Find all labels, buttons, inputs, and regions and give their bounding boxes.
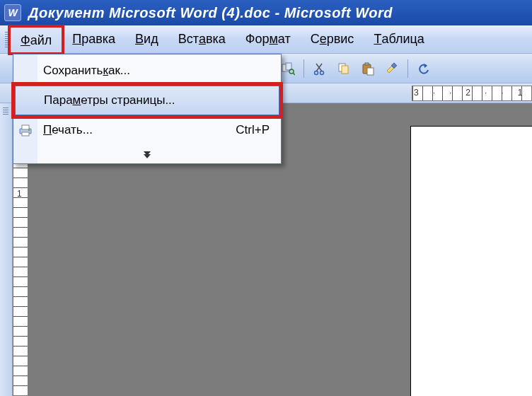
svg-rect-16: [22, 132, 29, 136]
menu-expand-chevron-icon[interactable]: [13, 145, 281, 162]
window-title: Документ Microsoft Word (4).doc - Micros…: [28, 5, 393, 21]
toolbar-separator: [303, 59, 304, 78]
menu-edit[interactable]: Правка: [62, 25, 125, 53]
save-as-icon: [16, 62, 35, 80]
page-setup-icon: [17, 91, 35, 110]
menubar-grip-icon[interactable]: [3, 25, 10, 53]
paste-button[interactable]: [357, 58, 378, 79]
toolbar-separator: [407, 59, 408, 78]
document-page[interactable]: [410, 126, 532, 396]
svg-rect-11: [365, 63, 369, 65]
gutter-grip-icon[interactable]: [3, 107, 8, 115]
menu-table[interactable]: Таблица: [364, 25, 434, 53]
menu-file[interactable]: Файл: [10, 27, 62, 53]
app-icon-letter: W: [8, 7, 17, 18]
svg-point-6: [315, 71, 318, 74]
menu-bar: Файл Правка Вид Вставка Формат Сервис Та…: [0, 25, 532, 54]
menu-item-print[interactable]: Печать... Ctrl+P: [13, 115, 281, 145]
hruler-numbers: 3··2··1··: [414, 88, 532, 98]
printer-icon: [16, 121, 35, 139]
menu-view[interactable]: Вид: [125, 25, 168, 53]
menu-item-print-shortcut: Ctrl+P: [236, 123, 270, 137]
title-bar: W Документ Microsoft Word (4).doc - Micr…: [0, 0, 532, 25]
copy-button[interactable]: [333, 58, 354, 79]
horizontal-ruler[interactable]: 3··2··1··: [412, 86, 532, 101]
menu-item-save-as[interactable]: Сохранить как...: [13, 56, 281, 86]
menu-service[interactable]: Сервис: [301, 25, 364, 53]
file-menu-dropdown: Сохранить как... Параметры страницы... П…: [13, 54, 282, 164]
cut-button[interactable]: [309, 58, 330, 79]
menu-format[interactable]: Формат: [236, 25, 301, 53]
menu-item-page-setup[interactable]: Параметры страницы...: [15, 86, 279, 115]
menu-insert[interactable]: Вставка: [168, 25, 236, 53]
svg-point-17: [28, 129, 30, 131]
svg-rect-15: [22, 125, 29, 129]
format-painter-button[interactable]: [381, 58, 403, 79]
svg-line-3: [293, 73, 295, 75]
svg-rect-12: [367, 68, 374, 75]
app-icon: W: [4, 4, 21, 21]
svg-point-7: [320, 71, 324, 74]
svg-rect-9: [342, 66, 348, 74]
toolbar-gutter: [0, 103, 13, 396]
undo-button[interactable]: [413, 58, 434, 79]
